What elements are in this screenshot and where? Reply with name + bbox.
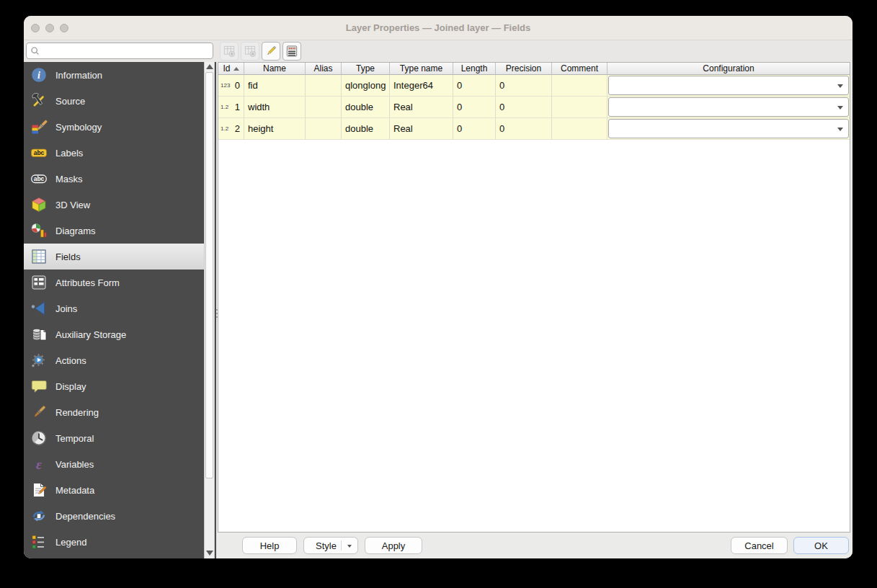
column-header-comment[interactable]: Comment	[552, 63, 607, 75]
type-cell[interactable]: qlonglong	[342, 75, 390, 97]
sidebar-item-symbology[interactable]: Symbology	[24, 114, 204, 140]
sidebar-item-actions[interactable]: Actions	[24, 347, 204, 373]
sidebar-item-attributes-form[interactable]: Attributes Form	[24, 270, 204, 295]
sidebar-item-label: Auxiliary Storage	[55, 329, 126, 340]
sidebar-item-fields[interactable]: Fields	[24, 244, 204, 270]
scroll-up-arrow-icon[interactable]	[206, 64, 213, 69]
abc-mask-icon: abc	[30, 170, 49, 187]
type-name-cell[interactable]: Real	[390, 97, 453, 118]
column-header-type[interactable]: Type	[342, 63, 390, 75]
sidebar-item-masks[interactable]: abc Masks	[24, 166, 204, 192]
name-cell[interactable]: fid	[244, 75, 306, 97]
column-header-label: Id	[223, 63, 230, 74]
sidebar-search[interactable]	[26, 43, 213, 59]
circular-arrows-icon	[30, 507, 49, 525]
precision-cell[interactable]: 0	[496, 75, 552, 97]
sidebar-item-information[interactable]: i Information	[24, 62, 204, 88]
sidebar-item-label: Metadata	[55, 485, 94, 496]
precision-cell[interactable]: 0	[496, 97, 552, 118]
svg-text:abc: abc	[34, 175, 45, 182]
id-cell[interactable]: 1.2 2	[218, 118, 244, 140]
sidebar-item-3d-view[interactable]: 3D View	[24, 192, 204, 218]
fields-toolbar	[220, 42, 301, 61]
ok-button[interactable]: OK	[793, 537, 849, 554]
type-name-cell[interactable]: Real	[390, 118, 453, 140]
close-window-button[interactable]	[31, 24, 40, 32]
column-header-id[interactable]: Id	[218, 63, 244, 75]
column-header-name[interactable]: Name	[244, 63, 306, 75]
name-cell[interactable]: width	[244, 97, 306, 118]
help-button[interactable]: Help	[242, 537, 297, 554]
column-header-alias[interactable]: Alias	[306, 63, 342, 75]
sidebar-item-rendering[interactable]: Rendering	[24, 399, 204, 425]
sidebar-item-variables[interactable]: ε Variables	[24, 451, 204, 477]
ok-button-label: OK	[814, 540, 828, 551]
alias-cell[interactable]	[306, 97, 342, 118]
sidebar-scrollbar[interactable]	[204, 62, 215, 558]
table-row: 1.2 2 height double Real 0 0	[218, 118, 850, 140]
properties-sidebar: i Information Source	[24, 62, 216, 558]
configuration-dropdown[interactable]	[608, 76, 849, 95]
table-row: 1.2 1 width double Real 0 0	[218, 97, 850, 118]
comment-cell[interactable]	[552, 75, 607, 97]
comment-cell[interactable]	[552, 97, 607, 118]
type-cell[interactable]: double	[342, 118, 390, 140]
length-cell[interactable]: 0	[453, 97, 496, 118]
paintbrush-palette-icon	[30, 118, 49, 135]
column-header-label: Type	[356, 63, 375, 74]
sidebar-item-dependencies[interactable]: Dependencies	[24, 503, 204, 529]
sidebar-item-joins[interactable]: Joins	[24, 295, 204, 321]
sidebar-item-source[interactable]: Source	[24, 88, 204, 114]
zoom-window-button[interactable]	[60, 24, 68, 32]
column-header-configuration[interactable]: Configuration	[607, 63, 850, 75]
toggle-editing-pencil-icon	[264, 44, 278, 58]
sidebar-item-auxiliary-storage[interactable]: Auxiliary Storage	[24, 321, 204, 347]
window-controls	[31, 24, 68, 32]
id-cell[interactable]: 123 0	[218, 75, 244, 97]
field-calculator-button[interactable]	[282, 42, 301, 61]
style-menu-button[interactable]: Style	[303, 537, 358, 554]
table-header-row: Id Name Alias Type Type name Length Prec…	[218, 63, 850, 75]
paintbrush-icon	[30, 404, 49, 421]
alias-cell[interactable]	[306, 118, 342, 140]
column-header-length[interactable]: Length	[453, 63, 496, 75]
configuration-dropdown[interactable]	[608, 97, 849, 117]
id-cell[interactable]: 1.2 1	[218, 97, 244, 118]
sidebar-item-legend[interactable]: Legend	[24, 529, 204, 555]
apply-button[interactable]: Apply	[365, 537, 422, 554]
alias-cell[interactable]	[306, 75, 342, 97]
sidebar-item-metadata[interactable]: Metadata	[24, 477, 204, 503]
chevron-down-icon	[347, 545, 352, 548]
column-header-precision[interactable]: Precision	[496, 63, 552, 75]
sidebar-item-display[interactable]: Display	[24, 373, 204, 399]
sidebar-item-label: Source	[55, 96, 85, 107]
length-cell[interactable]: 0	[453, 118, 496, 140]
help-button-label: Help	[260, 540, 280, 551]
configuration-dropdown[interactable]	[608, 119, 849, 138]
type-cell[interactable]: double	[342, 97, 390, 118]
cube-3d-icon	[30, 196, 49, 213]
column-header-label: Type name	[400, 63, 442, 74]
comment-cell[interactable]	[552, 118, 607, 140]
apply-button-label: Apply	[382, 540, 406, 551]
search-input[interactable]	[43, 44, 208, 58]
column-header-type-name[interactable]: Type name	[390, 63, 453, 75]
type-name-cell[interactable]: Integer64	[390, 75, 453, 97]
minimize-window-button[interactable]	[45, 24, 54, 32]
scrollbar-thumb[interactable]	[205, 72, 213, 478]
style-button-label: Style	[316, 540, 337, 551]
delete-field-button	[241, 42, 259, 61]
cancel-button[interactable]: Cancel	[731, 537, 788, 554]
field-type-badge: 1.2	[221, 125, 228, 132]
toggle-editing-button[interactable]	[262, 42, 280, 61]
sidebar-item-temporal[interactable]: Temporal	[24, 425, 204, 451]
name-cell[interactable]: height	[244, 118, 306, 140]
column-header-label: Name	[263, 63, 286, 74]
sidebar-item-diagrams[interactable]: Diagrams	[24, 218, 204, 244]
length-cell[interactable]: 0	[453, 75, 496, 97]
precision-cell[interactable]: 0	[496, 118, 552, 140]
scroll-down-arrow-icon[interactable]	[206, 551, 213, 556]
sidebar-item-labels[interactable]: abc Labels	[24, 140, 204, 166]
field-id: 2	[235, 123, 240, 134]
sidebar-item-label: Dependencies	[55, 511, 115, 522]
